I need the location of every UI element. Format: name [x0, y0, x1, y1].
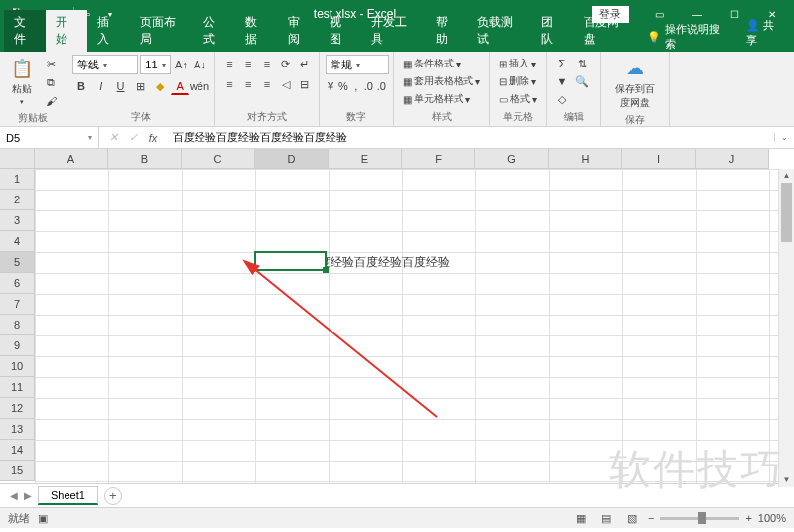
- font-name-combo[interactable]: 等线▾: [72, 55, 138, 74]
- merge-icon[interactable]: ⊟: [296, 75, 313, 93]
- delete-cells-button[interactable]: ⊟删除 ▾: [496, 72, 540, 90]
- comma-icon[interactable]: ,: [351, 77, 361, 95]
- col-header-G[interactable]: G: [475, 149, 549, 169]
- row-header-3[interactable]: 3: [0, 210, 35, 231]
- tab-insert[interactable]: 插入: [87, 10, 129, 52]
- insert-cells-button[interactable]: ⊞插入 ▾: [496, 55, 540, 72]
- col-header-J[interactable]: J: [696, 149, 769, 169]
- align-center-icon[interactable]: ≡: [240, 75, 257, 93]
- sheet-tab-1[interactable]: Sheet1: [38, 486, 98, 505]
- view-break-icon[interactable]: ▧: [622, 510, 642, 526]
- view-normal-icon[interactable]: ▦: [571, 510, 591, 526]
- col-header-F[interactable]: F: [402, 149, 475, 169]
- scroll-up-icon[interactable]: ▲: [779, 169, 794, 183]
- row-header-8[interactable]: 8: [0, 315, 35, 335]
- select-all-corner[interactable]: [0, 149, 35, 169]
- vertical-scrollbar[interactable]: ▲ ▼: [778, 169, 794, 487]
- view-layout-icon[interactable]: ▤: [596, 510, 616, 526]
- col-header-A[interactable]: A: [35, 149, 108, 169]
- align-top-icon[interactable]: ≡: [221, 55, 238, 72]
- currency-icon[interactable]: ¥: [326, 77, 335, 95]
- percent-icon[interactable]: %: [337, 77, 349, 95]
- row-header-1[interactable]: 1: [0, 169, 35, 190]
- paste-button[interactable]: 📋 粘贴 ▾: [6, 55, 38, 110]
- tab-data[interactable]: 数据: [235, 10, 277, 52]
- zoom-slider[interactable]: [660, 517, 739, 520]
- col-header-B[interactable]: B: [108, 149, 182, 169]
- row-header-6[interactable]: 6: [0, 273, 35, 294]
- format-cells-button[interactable]: ▭格式 ▾: [496, 90, 540, 108]
- cut-icon[interactable]: ✂: [42, 55, 60, 72]
- tab-nav-next-icon[interactable]: ▶: [24, 490, 32, 501]
- tab-layout[interactable]: 页面布局: [130, 10, 194, 52]
- share-button[interactable]: 👤 共享: [734, 14, 794, 52]
- row-header-4[interactable]: 4: [0, 231, 35, 252]
- row-header-5[interactable]: 5: [0, 252, 35, 273]
- row-header-13[interactable]: 13: [0, 419, 35, 440]
- save-baidu-button[interactable]: ☁ 保存到百度网盘: [607, 55, 663, 112]
- macro-record-icon[interactable]: ▣: [38, 512, 48, 525]
- zoom-in-icon[interactable]: +: [745, 512, 751, 524]
- indent-dec-icon[interactable]: ◁: [277, 75, 294, 93]
- row-header-12[interactable]: 12: [0, 398, 35, 419]
- tab-formulas[interactable]: 公式: [194, 10, 235, 52]
- col-header-I[interactable]: I: [622, 149, 696, 169]
- tab-review[interactable]: 审阅: [278, 10, 320, 52]
- fill-icon[interactable]: ▼: [553, 72, 571, 90]
- row-header-9[interactable]: 9: [0, 335, 35, 356]
- zoom-thumb[interactable]: [698, 512, 706, 524]
- col-header-D[interactable]: D: [255, 149, 329, 169]
- wrap-icon[interactable]: ↵: [296, 55, 313, 72]
- row-header-15[interactable]: 15: [0, 461, 35, 481]
- bold-icon[interactable]: B: [72, 77, 90, 95]
- fill-color-icon[interactable]: ◆: [151, 77, 169, 95]
- sort-icon[interactable]: ⇅: [573, 55, 591, 72]
- cancel-fx-icon[interactable]: ✕: [105, 131, 121, 144]
- tab-baidu[interactable]: 百度网盘: [574, 10, 637, 52]
- font-color-icon[interactable]: A: [171, 77, 189, 95]
- underline-icon[interactable]: U: [112, 77, 130, 95]
- align-middle-icon[interactable]: ≡: [240, 55, 257, 72]
- row-header-10[interactable]: 10: [0, 356, 35, 377]
- scroll-thumb[interactable]: [781, 183, 792, 242]
- shrink-font-icon[interactable]: A↓: [192, 56, 208, 73]
- tab-nav-prev-icon[interactable]: ◀: [10, 490, 18, 501]
- col-header-C[interactable]: C: [182, 149, 255, 169]
- name-box[interactable]: D5 ▾: [0, 127, 99, 148]
- row-header-14[interactable]: 14: [0, 440, 35, 461]
- find-icon[interactable]: 🔍: [573, 72, 591, 90]
- border-icon[interactable]: ⊞: [131, 77, 149, 95]
- col-header-H[interactable]: H: [549, 149, 622, 169]
- table-format-button[interactable]: ▦套用表格格式 ▾: [400, 72, 483, 90]
- tell-me-search[interactable]: 💡 操作说明搜索: [637, 22, 734, 52]
- tab-load[interactable]: 负载测试: [467, 10, 531, 52]
- enter-fx-icon[interactable]: ✓: [125, 131, 141, 144]
- zoom-level[interactable]: 100%: [758, 512, 786, 524]
- row-header-11[interactable]: 11: [0, 377, 35, 398]
- tab-team[interactable]: 团队: [531, 10, 573, 52]
- font-size-combo[interactable]: 11▾: [140, 55, 171, 74]
- tab-help[interactable]: 帮助: [426, 10, 467, 52]
- clear-icon[interactable]: ◇: [553, 90, 571, 108]
- format-painter-icon[interactable]: 🖌: [42, 92, 60, 110]
- tab-dev[interactable]: 开发工具: [361, 10, 425, 52]
- grow-font-icon[interactable]: A↑: [173, 56, 190, 73]
- row-header-7[interactable]: 7: [0, 294, 35, 315]
- cond-format-button[interactable]: ▦条件格式 ▾: [400, 55, 483, 72]
- align-left-icon[interactable]: ≡: [221, 75, 238, 93]
- dec-decimal-icon[interactable]: .0: [376, 77, 387, 95]
- orientation-icon[interactable]: ⟳: [277, 55, 294, 72]
- add-sheet-button[interactable]: +: [104, 487, 122, 505]
- fill-handle[interactable]: [323, 267, 329, 273]
- col-header-E[interactable]: E: [329, 149, 402, 169]
- zoom-out-icon[interactable]: −: [648, 512, 654, 524]
- align-bottom-icon[interactable]: ≡: [259, 55, 276, 72]
- tab-view[interactable]: 视图: [320, 10, 361, 52]
- expand-formula-icon[interactable]: ⌄: [774, 133, 794, 142]
- phonetic-icon[interactable]: wén: [191, 77, 208, 95]
- formula-bar[interactable]: 百度经验百度经验百度经验百度经验: [167, 127, 774, 148]
- italic-icon[interactable]: I: [92, 77, 110, 95]
- scroll-down-icon[interactable]: ▼: [779, 473, 794, 487]
- autosum-icon[interactable]: Σ: [553, 55, 571, 72]
- fx-icon[interactable]: fx: [145, 132, 161, 144]
